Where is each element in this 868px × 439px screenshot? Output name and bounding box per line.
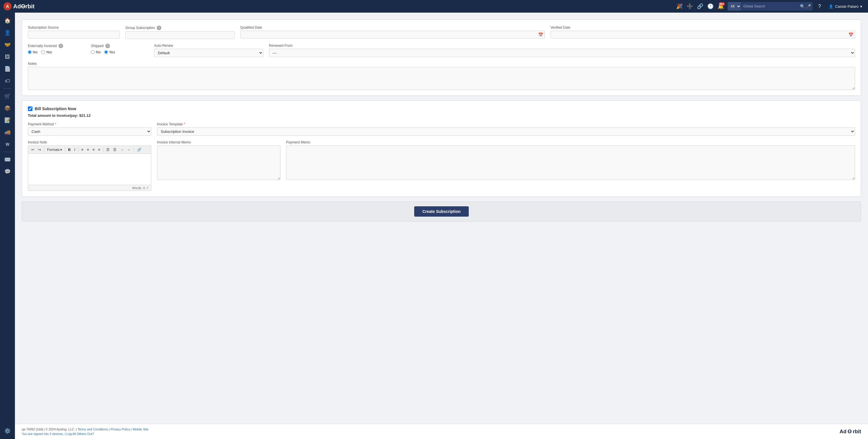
logo-icon: A bbox=[3, 2, 11, 10]
user-icon: 👤 bbox=[829, 4, 833, 9]
payment-method-label: Payment Method * bbox=[28, 122, 151, 126]
search-input[interactable] bbox=[741, 4, 798, 8]
main-content: Subscription Source Group Subscription ?… bbox=[15, 12, 868, 424]
bill-now-label[interactable]: Bill Subscription Now bbox=[35, 106, 76, 111]
justify-btn[interactable]: ≡ bbox=[97, 147, 102, 152]
ext-invoiced-no-label[interactable]: No bbox=[28, 50, 38, 54]
align-left-btn[interactable]: ≡ bbox=[80, 147, 85, 152]
logo[interactable]: A AdOrbit bbox=[3, 2, 34, 10]
group-subscription-input[interactable] bbox=[125, 31, 235, 39]
toolbar-sep-3 bbox=[78, 147, 79, 152]
shipped-no-radio[interactable] bbox=[91, 50, 95, 54]
auto-renew-select[interactable]: Default Yes No bbox=[154, 49, 263, 57]
invoice-template-select[interactable]: Subscription Invoice Standard Invoice bbox=[157, 127, 855, 136]
voice-search-btn[interactable]: 🎤 bbox=[806, 4, 811, 9]
qualified-date-wrap: 📅 bbox=[240, 31, 545, 38]
undo-btn[interactable]: ↩ bbox=[30, 147, 36, 152]
indent-btn[interactable]: → bbox=[119, 147, 125, 152]
ext-invoiced-radio-group: No Yes bbox=[28, 50, 85, 54]
footer-signed-in-link[interactable]: You are signed into 3 devices. bbox=[22, 432, 64, 436]
notifications-btn[interactable]: 🔔 99+ bbox=[716, 2, 725, 11]
ext-invoiced-yes-radio[interactable] bbox=[41, 50, 45, 54]
payment-memo-label: Payment Memo bbox=[286, 140, 855, 144]
party-icon-btn[interactable]: 🎉 bbox=[675, 2, 684, 11]
help-icon-btn[interactable]: ? bbox=[815, 2, 824, 11]
ext-invoiced-yes-label[interactable]: Yes bbox=[41, 50, 52, 54]
editor-body[interactable] bbox=[28, 154, 151, 185]
notes-textarea[interactable] bbox=[28, 67, 855, 90]
sidebar-item-cart[interactable]: 🛒 bbox=[2, 90, 13, 102]
footer-copyright: © 2024 Aysling, LLC. bbox=[45, 428, 75, 431]
sidebar-item-package[interactable]: 📦 bbox=[2, 102, 13, 114]
sidebar-item-contacts[interactable]: 👤 bbox=[2, 27, 13, 38]
payment-method-group: Payment Method * Cash Check Credit Card … bbox=[28, 122, 151, 136]
shipped-yes-label[interactable]: Yes bbox=[104, 50, 115, 54]
billing-row-1: Payment Method * Cash Check Credit Card … bbox=[28, 122, 855, 136]
sidebar-item-home[interactable]: 🏠 bbox=[2, 15, 13, 26]
align-center-btn[interactable]: ≡ bbox=[86, 147, 91, 152]
billing-row-2: Invoice Note ↩ ↪ Formats ▾ B I bbox=[28, 140, 855, 191]
user-menu[interactable]: 👤 Cassie Pataro ▾ bbox=[826, 4, 865, 9]
clock-icon-btn[interactable]: 🕐 bbox=[706, 2, 715, 11]
group-subscription-help-icon[interactable]: ? bbox=[157, 26, 161, 30]
bill-now-checkbox[interactable] bbox=[28, 106, 32, 111]
sidebar-item-media[interactable]: 🖼 bbox=[2, 51, 13, 63]
auto-renew-label: Auto-Renew bbox=[154, 43, 263, 48]
group-subscription-label: Group Subscription ? bbox=[125, 26, 235, 30]
invoice-memo-textarea[interactable] bbox=[157, 146, 280, 180]
sidebar-item-email[interactable]: ✉️ bbox=[2, 154, 13, 165]
shipped-no-label[interactable]: No bbox=[91, 50, 101, 54]
align-right-btn[interactable]: ≡ bbox=[91, 147, 96, 152]
ordered-list-btn[interactable]: ☰ bbox=[112, 147, 118, 152]
footer-mobile-link[interactable]: Mobile Site bbox=[133, 428, 148, 431]
footer-session-row: You are signed into 3 devices. | Log All… bbox=[22, 432, 148, 436]
sidebar-item-edit[interactable]: 📝 bbox=[2, 115, 13, 126]
renewed-from-select[interactable]: — bbox=[269, 49, 855, 57]
ext-invoiced-help-icon[interactable]: ? bbox=[59, 43, 63, 48]
link-icon-btn[interactable]: 🔗 bbox=[695, 2, 705, 11]
payment-memo-textarea[interactable] bbox=[286, 146, 855, 180]
link-btn[interactable]: 🔗 bbox=[135, 147, 143, 152]
verified-date-input[interactable] bbox=[551, 31, 855, 38]
search-scope-select[interactable]: All bbox=[727, 2, 741, 11]
formats-btn[interactable]: Formats ▾ bbox=[45, 147, 63, 152]
qualified-date-input[interactable] bbox=[240, 31, 545, 38]
sidebar-item-messages[interactable]: 💬 bbox=[2, 166, 13, 177]
resize-handle[interactable]: ⤢ bbox=[146, 186, 149, 190]
footer-privacy-link[interactable]: Privacy Policy bbox=[111, 428, 130, 431]
sidebar-item-delivery[interactable]: 🚚 bbox=[2, 127, 13, 138]
renewed-from-label: Renewed From bbox=[269, 43, 855, 48]
redo-btn[interactable]: ↪ bbox=[36, 147, 42, 152]
create-subscription-button[interactable]: Create Subscription bbox=[414, 206, 468, 217]
shipped-label: Shipped ? bbox=[91, 43, 148, 48]
italic-btn[interactable]: I bbox=[73, 147, 76, 152]
externally-invoiced-label: Externally Invoiced ? bbox=[28, 43, 85, 48]
sidebar-item-subscriptions[interactable]: 🏷 bbox=[2, 75, 13, 87]
sidebar: 🏠 👤 🤝 🖼 📄 🏷 🛒 📦 📝 🚚 W ✉️ 💬 ⚙️ bbox=[0, 12, 15, 439]
search-submit-btn[interactable]: 🔍 bbox=[800, 4, 805, 9]
externally-invoiced-group: Externally Invoiced ? No Yes bbox=[28, 43, 85, 54]
sidebar-item-orders[interactable]: 📄 bbox=[2, 63, 13, 74]
shipped-yes-radio[interactable] bbox=[104, 50, 108, 54]
shipped-help-icon[interactable]: ? bbox=[105, 43, 110, 48]
payment-method-select[interactable]: Cash Check Credit Card Wire Transfer bbox=[28, 127, 151, 136]
sidebar-item-settings[interactable]: ⚙️ bbox=[2, 425, 13, 437]
outdent-btn[interactable]: ← bbox=[126, 147, 132, 152]
add-icon-btn[interactable]: ➕ bbox=[685, 2, 694, 11]
sidebar-item-word[interactable]: W bbox=[2, 138, 13, 150]
qualified-date-group: Qualified Date 📅 bbox=[240, 26, 545, 38]
action-bar: Create Subscription bbox=[22, 201, 861, 221]
sidebar-item-deals[interactable]: 🤝 bbox=[2, 39, 13, 51]
toolbar-sep-5 bbox=[134, 147, 134, 152]
ext-invoiced-no-radio[interactable] bbox=[28, 50, 32, 54]
bullet-list-btn[interactable]: ☰ bbox=[105, 147, 111, 152]
subscription-source-input[interactable] bbox=[28, 31, 120, 38]
invoice-template-label: Invoice Template * bbox=[157, 122, 855, 126]
bold-btn[interactable]: B bbox=[67, 147, 72, 152]
verified-date-calendar-icon[interactable]: 📅 bbox=[848, 32, 854, 37]
qualified-date-calendar-icon[interactable]: 📅 bbox=[538, 32, 543, 37]
invoice-note-label: Invoice Note bbox=[28, 140, 151, 144]
footer-info-row: qa 76992 [1dd] | © 2024 Aysling, LLC. | … bbox=[22, 428, 148, 431]
footer-logout-link[interactable]: Log All Others Out? bbox=[66, 432, 94, 436]
footer-terms-link[interactable]: Terms and Conditions bbox=[78, 428, 108, 431]
